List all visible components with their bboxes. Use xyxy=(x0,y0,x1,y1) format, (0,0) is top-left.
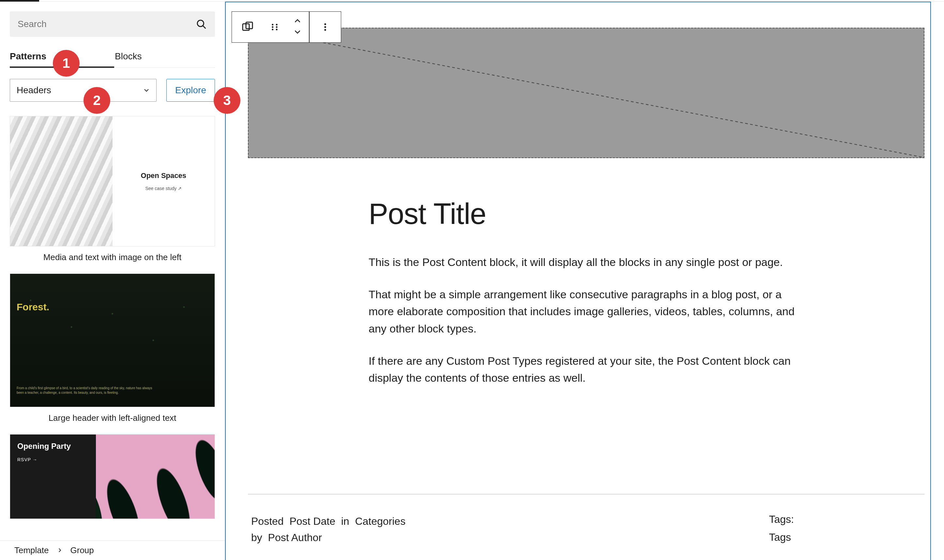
patterns-list: Open Spaces See case study ↗ Media and t… xyxy=(10,116,215,540)
block-toolbar xyxy=(231,11,341,43)
svg-point-7 xyxy=(276,24,278,25)
thumb-title: Open Spaces xyxy=(141,171,186,180)
image-placeholder[interactable] xyxy=(248,28,924,158)
thumb-desc: From a child's first glimpse of a bird, … xyxy=(17,386,153,395)
post-paragraph[interactable]: If there are any Custom Post Types regis… xyxy=(369,352,807,386)
post-meta: Posted Post Date in Categories by Post A… xyxy=(251,513,924,546)
meta-tags[interactable]: Tags xyxy=(769,531,794,543)
pattern-item-party[interactable]: Opening Party RSVP → xyxy=(10,434,215,519)
svg-point-12 xyxy=(324,29,326,31)
meta-categories[interactable]: Categories xyxy=(355,515,406,527)
thumb-title: Forest. xyxy=(17,302,49,312)
search-input[interactable] xyxy=(18,19,195,29)
svg-point-11 xyxy=(324,26,326,28)
meta-post-author[interactable]: Post Author xyxy=(268,532,322,543)
annotation-badge-3: 3 xyxy=(214,87,241,114)
pattern-item-forest[interactable]: Forest. From a child's first glimpse of … xyxy=(10,274,215,423)
separator xyxy=(248,494,924,494)
inserter-tabs: Patterns Blocks xyxy=(10,47,215,68)
svg-line-1 xyxy=(203,26,205,28)
post-paragraph[interactable]: This is the Post Content block, it will … xyxy=(369,254,807,271)
meta-tags-label: Tags: xyxy=(769,513,794,525)
pattern-thumbnail: Open Spaces See case study ↗ xyxy=(10,116,215,246)
post-title[interactable]: Post Title xyxy=(369,197,807,231)
post-paragraph[interactable]: That might be a simple arrangement like … xyxy=(369,286,807,337)
editor-canvas[interactable]: Post Title This is the Post Content bloc… xyxy=(225,2,944,560)
inserter-sidebar: Patterns Blocks Headers Explore xyxy=(0,2,225,560)
pattern-thumbnail: Opening Party RSVP → xyxy=(10,434,215,519)
meta-post-date[interactable]: Post Date xyxy=(289,515,335,527)
thumb-subtitle: RSVP → xyxy=(17,457,89,462)
svg-point-4 xyxy=(272,24,273,25)
block-mover xyxy=(286,12,309,42)
block-options-button[interactable] xyxy=(310,12,341,42)
pattern-category-selected: Headers xyxy=(17,85,51,95)
block-type-button[interactable] xyxy=(232,12,263,42)
search-icon[interactable] xyxy=(195,18,207,30)
pattern-caption: Large header with left-aligned text xyxy=(10,413,215,423)
svg-point-0 xyxy=(197,20,204,27)
svg-point-6 xyxy=(272,29,273,30)
svg-line-13 xyxy=(248,28,924,157)
chevron-right-icon xyxy=(57,545,63,555)
tab-blocks[interactable]: Blocks xyxy=(115,47,142,68)
pattern-item-media-text[interactable]: Open Spaces See case study ↗ Media and t… xyxy=(10,116,215,262)
drag-icon xyxy=(270,22,279,32)
drag-handle[interactable] xyxy=(263,12,286,42)
breadcrumb-current[interactable]: Group xyxy=(71,545,94,555)
tab-patterns[interactable]: Patterns xyxy=(10,47,46,68)
meta-in: in xyxy=(341,515,349,527)
svg-point-8 xyxy=(276,26,278,28)
search-box[interactable] xyxy=(10,11,215,37)
pattern-thumbnail: Forest. From a child's first glimpse of … xyxy=(10,274,215,407)
explore-button[interactable]: Explore xyxy=(167,79,215,102)
svg-point-9 xyxy=(276,29,278,30)
svg-point-10 xyxy=(324,23,326,25)
pattern-category-select[interactable]: Headers xyxy=(10,79,157,102)
move-up-button[interactable] xyxy=(293,16,302,27)
move-down-button[interactable] xyxy=(293,27,302,38)
post-content: Post Title This is the Post Content bloc… xyxy=(369,197,807,402)
annotation-badge-2: 2 xyxy=(83,87,110,114)
group-icon xyxy=(241,20,254,34)
annotation-badge-1: 1 xyxy=(53,50,80,77)
pattern-caption: Media and text with image on the left xyxy=(10,252,215,262)
breadcrumb: Template Group xyxy=(0,540,225,560)
svg-point-5 xyxy=(272,26,273,28)
more-vertical-icon xyxy=(320,22,330,32)
thumb-title: Opening Party xyxy=(17,442,89,451)
chevron-down-icon xyxy=(143,86,150,94)
thumb-subtitle: See case study ↗ xyxy=(145,186,182,191)
meta-by: by xyxy=(251,532,262,543)
meta-posted: Posted xyxy=(251,515,284,527)
breadcrumb-root[interactable]: Template xyxy=(14,545,49,555)
